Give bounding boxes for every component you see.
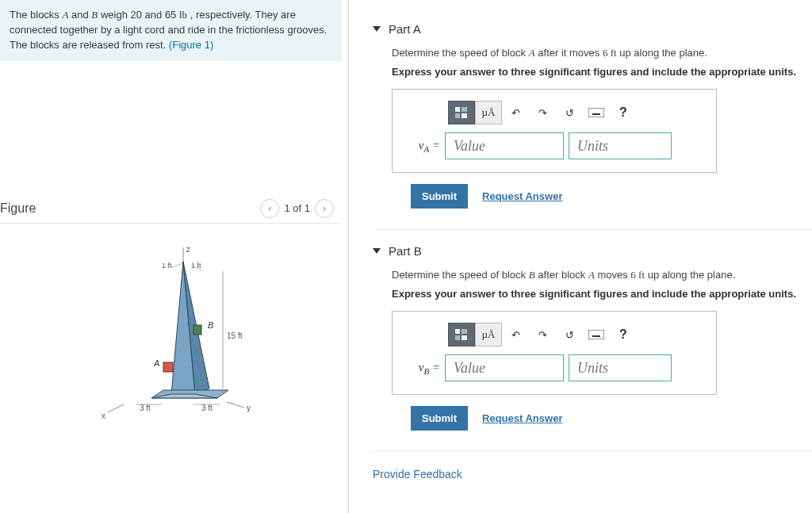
svg-text:y: y [247,404,251,412]
svg-line-4 [227,402,244,408]
figure-title: Figure [0,201,36,216]
answer-panel-b: µÅ ↶ ↷ ↺ ? vB = [392,311,717,395]
answer-panel-a: µÅ ↶ ↷ ↺ ? vA = [392,89,717,173]
svg-rect-29 [588,108,604,117]
part-a-prompt: Determine the speed of block A after it … [392,47,812,59]
svg-text:3 ft: 3 ft [201,404,213,412]
part-b-instruct: Express your answer to three significant… [392,288,812,300]
part-title: Part B [389,244,422,258]
svg-text:15 ft: 15 ft [227,331,243,340]
undo-button[interactable]: ↶ [502,323,529,346]
svg-rect-34 [592,113,600,115]
provide-feedback-link[interactable]: Provide Feedback [373,468,812,480]
svg-rect-37 [455,335,460,340]
part-a-header[interactable]: Part A [373,16,812,36]
template-button[interactable] [448,101,475,124]
svg-text:z: z [186,245,190,254]
part-b-prompt: Determine the speed of block B after blo… [392,269,812,281]
variable-label-b: vB = [405,361,440,376]
collapse-icon [373,248,381,254]
svg-text:1 ft: 1 ft [191,262,201,270]
redo-button[interactable]: ↷ [529,323,556,346]
svg-rect-28 [462,113,467,118]
svg-text:1 ft: 1 ft [162,262,172,270]
reset-button[interactable]: ↺ [556,101,583,124]
part-title: Part A [389,22,421,36]
svg-rect-39 [588,330,604,339]
undo-button[interactable]: ↶ [502,101,529,124]
prev-figure-button[interactable]: ‹ [260,199,279,218]
part-b-header[interactable]: Part B [373,238,812,258]
svg-line-2 [108,404,124,412]
keyboard-button[interactable] [583,323,610,346]
svg-rect-26 [462,107,467,112]
value-input-a[interactable] [445,132,564,159]
value-input-b[interactable] [445,354,564,381]
units-input-a[interactable] [569,132,672,159]
svg-rect-35 [455,329,460,334]
help-button[interactable]: ? [610,323,637,346]
svg-text:B: B [208,320,213,330]
variable-label-a: vA = [405,139,440,154]
svg-rect-25 [455,107,460,112]
svg-rect-13 [193,325,201,335]
svg-text:3 ft: 3 ft [140,404,151,412]
svg-line-19 [171,263,183,267]
request-answer-link-b[interactable]: Request Answer [482,412,562,424]
figure-link[interactable]: (Figure 1) [169,39,213,51]
template-button[interactable] [448,323,475,346]
svg-rect-36 [462,329,467,334]
svg-rect-44 [592,335,600,337]
reset-button[interactable]: ↺ [556,323,583,346]
request-answer-link-a[interactable]: Request Answer [482,190,562,202]
help-button[interactable]: ? [610,101,637,124]
part-a-instruct: Express your answer to three significant… [392,66,812,78]
figure-pager: ‹ 1 of 1 › [260,199,334,218]
figure-image: z x y A B 15 ft 1 [0,224,342,440]
units-button[interactable]: µÅ [475,323,502,346]
svg-text:x: x [102,412,105,420]
redo-button[interactable]: ↷ [529,101,556,124]
next-figure-button[interactable]: › [315,199,334,218]
keyboard-button[interactable] [583,101,610,124]
collapse-icon [373,26,381,32]
svg-text:A: A [153,358,159,368]
submit-button-b[interactable]: Submit [411,406,468,431]
units-button[interactable]: µÅ [475,101,502,124]
svg-rect-27 [455,113,460,118]
units-input-b[interactable] [569,354,672,381]
svg-rect-38 [462,335,467,340]
svg-rect-11 [163,362,173,372]
problem-statement: The blocks A and B weigh 20 and 65 lb , … [0,0,342,61]
submit-button-a[interactable]: Submit [411,184,468,209]
